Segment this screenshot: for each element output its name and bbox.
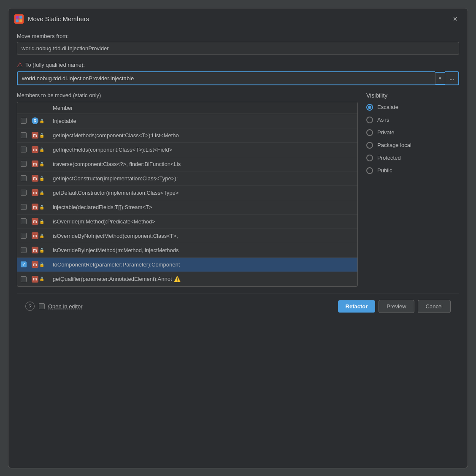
row-icons-cell: m🔒 — [30, 276, 51, 283]
radio-label: Package local — [377, 142, 411, 148]
visibility-option-package_local[interactable]: Package local — [366, 142, 459, 149]
radio-label: Private — [377, 129, 394, 136]
header-member-cell: Member — [51, 105, 357, 111]
row-icons-cell: m🔒 — [30, 232, 51, 239]
lock-icon: 🔒 — [39, 234, 44, 238]
table-header: Member — [17, 102, 357, 114]
refactor-label: Refactor — [346, 303, 368, 310]
radio-label: As is — [377, 117, 389, 123]
row-icons-cell: m🔒 — [30, 218, 51, 225]
class-icon: R — [32, 117, 38, 124]
method-icon: m — [32, 189, 38, 196]
svg-rect-2 — [19, 16, 22, 19]
row-checkbox[interactable] — [21, 261, 27, 267]
lock-icon: 🔒 — [39, 176, 44, 181]
move-to-input-group: ▾ ... — [17, 71, 459, 85]
lock-icon: 🔒 — [39, 248, 44, 253]
radio-label: Protected — [377, 155, 401, 161]
svg-rect-3 — [16, 19, 19, 22]
row-icons-cell: m🔒 — [30, 175, 51, 182]
row-icons-cell: m🔒 — [30, 247, 51, 253]
row-checkbox[interactable] — [21, 118, 27, 124]
close-button[interactable]: × — [450, 14, 460, 24]
member-name: getQualifier(parameter:AnnotatedElement)… — [53, 276, 172, 282]
radio-circle — [366, 117, 373, 123]
table-row: m🔒isOverrideByNoInjectMethod(component:C… — [17, 229, 357, 243]
members-section: Members to be moved (static only) Member… — [17, 92, 358, 287]
row-checkbox[interactable] — [21, 204, 27, 210]
method-icon: m — [32, 204, 38, 210]
radio-circle — [366, 129, 373, 136]
row-checkbox[interactable] — [21, 218, 27, 224]
lock-icon: 🔒 — [39, 119, 44, 123]
row-checkbox[interactable] — [21, 147, 27, 152]
refactor-button[interactable]: Refactor — [338, 300, 376, 313]
row-checkbox[interactable] — [21, 190, 27, 196]
method-icon: m — [32, 247, 38, 253]
row-icons-cell: m🔒 — [30, 204, 51, 210]
table-row: m🔒isOverride(m:Method):Predicate<Method> — [17, 215, 357, 229]
row-icons-cell: m🔒 — [30, 160, 51, 167]
dialog-title: Move Static Members — [28, 15, 450, 22]
help-button[interactable]: ? — [25, 302, 35, 311]
member-column-header: Member — [53, 105, 73, 111]
members-body: R🔒Injectablem🔒getInjectMethods(component… — [17, 114, 357, 286]
row-checkbox[interactable] — [21, 276, 27, 282]
visibility-section: Visibility EscalateAs isPrivatePackage l… — [366, 92, 459, 287]
table-row: m🔒getInjectMethods(component:Class<T>):L… — [17, 128, 357, 143]
preview-button[interactable]: Preview — [379, 300, 414, 313]
members-section-label: Members to be moved (static only) — [17, 92, 358, 98]
row-checkbox[interactable] — [21, 233, 27, 239]
cancel-button[interactable]: Cancel — [418, 300, 451, 313]
row-checkbox[interactable] — [21, 175, 27, 181]
lock-icon: 🔒 — [39, 133, 44, 138]
row-checkbox[interactable] — [21, 161, 27, 167]
header-icon-cell — [30, 105, 51, 111]
table-row: m🔒isOverrideByInjectMethod(m:Method, inj… — [17, 243, 357, 258]
member-name: getInjectMethods(component:Class<T>):Lis… — [53, 132, 179, 139]
visibility-option-protected[interactable]: Protected — [366, 155, 459, 161]
dialog: Move Static Members × Move members from:… — [8, 8, 468, 468]
member-name: isOverride(m:Method):Predicate<Method> — [53, 218, 155, 225]
table-row: m🔒getDefaultConstructor(implementation:C… — [17, 186, 357, 200]
warning-icon: ⚠️ — [174, 276, 181, 282]
member-name: Injectable — [53, 118, 76, 124]
browse-button[interactable]: ... — [445, 71, 459, 85]
move-to-input[interactable] — [17, 71, 435, 85]
title-bar: Move Static Members × — [8, 8, 468, 30]
table-row: m🔒injectable(declaredFields:T[]):Stream<… — [17, 200, 357, 215]
cancel-label: Cancel — [426, 303, 443, 310]
row-icons-cell: m🔒 — [30, 132, 51, 139]
lock-icon: 🔒 — [39, 277, 44, 281]
table-row: m🔒toComponentRef(parameter:Parameter):Co… — [17, 258, 357, 272]
table-row: m🔒getInjectFields(component:Class<T>):Li… — [17, 143, 357, 157]
row-checkbox[interactable] — [21, 132, 27, 138]
open-editor-checkbox[interactable] — [39, 303, 45, 309]
radio-label: Escalate — [377, 104, 398, 110]
visibility-option-as_is[interactable]: As is — [366, 117, 459, 123]
method-icon: m — [32, 261, 38, 268]
member-name: isOverrideByInjectMethod(m:Method, injec… — [53, 247, 178, 253]
row-icons-cell: R🔒 — [30, 117, 51, 124]
visibility-label: Visibility — [366, 92, 459, 99]
member-name: getInjectFields(component:Class<T>):List… — [53, 147, 172, 153]
row-checkbox[interactable] — [21, 247, 27, 253]
row-icons-cell: m🔒 — [30, 261, 51, 268]
method-icon: m — [32, 146, 38, 153]
visibility-option-escalate[interactable]: Escalate — [366, 104, 459, 111]
svg-rect-4 — [19, 19, 22, 22]
lock-icon: 🔒 — [39, 205, 44, 209]
visibility-radio-group: EscalateAs isPrivatePackage localProtect… — [366, 104, 459, 174]
row-icons-cell: m🔒 — [30, 189, 51, 196]
member-name: injectable(declaredFields:T[]):Stream<T> — [53, 204, 152, 210]
move-from-label: Move members from: — [17, 33, 459, 39]
dropdown-button[interactable]: ▾ — [435, 72, 445, 85]
lock-icon: 🔒 — [39, 162, 44, 166]
method-icon: m — [32, 218, 38, 225]
member-name: getInjectConstructor(implementation:Clas… — [53, 175, 178, 182]
visibility-option-public[interactable]: Public — [366, 167, 459, 174]
lock-icon: 🔒 — [39, 190, 44, 195]
radio-circle — [366, 104, 373, 111]
visibility-option-private[interactable]: Private — [366, 129, 459, 136]
radio-label: Public — [377, 167, 392, 174]
